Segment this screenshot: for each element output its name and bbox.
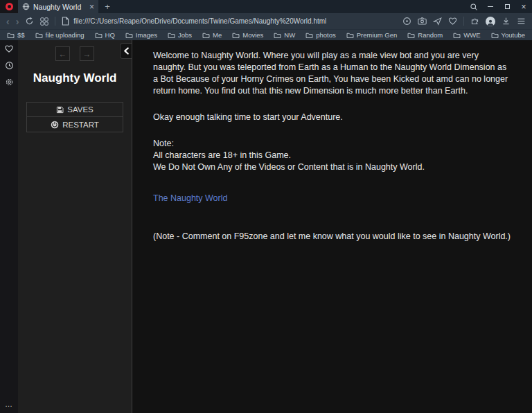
window-maximize-button[interactable] — [499, 0, 515, 13]
passage-link-the-naughty-world[interactable]: The Naughty World — [153, 193, 227, 204]
folder-icon — [305, 32, 313, 39]
folder-icon — [7, 32, 15, 39]
folder-icon — [453, 32, 461, 39]
history-forward-button[interactable]: → — [80, 46, 94, 61]
opera-sidebar-strip: … — [0, 40, 18, 413]
history-clock-icon[interactable] — [5, 61, 14, 70]
saves-button[interactable]: SAVES — [27, 103, 123, 117]
bookmark-folder[interactable]: Premium Gen — [346, 31, 398, 39]
search-icon[interactable] — [466, 0, 482, 13]
bookmark-folder[interactable]: $$ — [7, 31, 25, 39]
folder-icon — [232, 32, 240, 39]
globe-favicon-icon — [22, 3, 30, 10]
bookmark-folder[interactable]: NW — [274, 31, 295, 39]
bookmark-folder[interactable]: file uploading — [35, 31, 85, 39]
extensions-icon[interactable] — [470, 17, 479, 26]
ui-bar-collapse-button[interactable] — [120, 43, 132, 59]
folder-icon — [168, 32, 175, 39]
chevron-left-icon — [123, 47, 130, 55]
bookmarks-bar: $$ file uploading HQ Images Jobs Me Movi… — [0, 29, 532, 40]
passage-note-label: Note: — [153, 138, 511, 150]
bookmark-folder[interactable]: HQ — [95, 31, 115, 39]
tab-tiling-icon[interactable] — [40, 17, 48, 26]
forward-button[interactable]: › — [16, 17, 19, 26]
opera-logo-icon — [6, 3, 13, 10]
window-minimize-button[interactable] — [482, 0, 499, 13]
folder-icon — [202, 32, 210, 39]
folder-icon — [491, 32, 499, 39]
easy-setup-menu-icon[interactable] — [517, 17, 526, 26]
address-field[interactable]: file:///C:/Users/Reape/OneDrive/Document… — [62, 17, 396, 26]
sidebar-more-button[interactable]: … — [5, 400, 13, 408]
downloads-icon[interactable] — [502, 17, 511, 26]
folder-icon — [407, 32, 415, 39]
window-close-button[interactable]: × — [515, 0, 532, 13]
power-restart-icon — [51, 121, 59, 129]
folder-icon — [274, 32, 281, 39]
bookmark-folder[interactable]: Youtube — [491, 31, 526, 39]
passage-note-line: All characters are 18+ in this Game. — [153, 150, 511, 161]
tab-title: Naughty World — [33, 3, 86, 11]
bookmark-folder[interactable]: Jobs — [168, 31, 192, 39]
restart-label: RESTART — [62, 121, 99, 129]
opera-menu-button[interactable] — [0, 0, 18, 13]
content-area: … ← → Naughty World SAVES RESTART — [0, 40, 532, 413]
tab-bar: Naughty World × + × — [0, 0, 532, 13]
passage-note-line: We Do Not Own Any of the Videos or Conte… — [153, 161, 511, 173]
profile-avatar[interactable] — [486, 17, 495, 26]
page-icon — [62, 17, 69, 26]
bookmark-heart-icon[interactable] — [448, 17, 457, 26]
floppy-save-icon — [56, 106, 64, 114]
favorites-heart-icon[interactable] — [4, 44, 14, 53]
restart-button[interactable]: RESTART — [27, 117, 123, 132]
folder-icon — [95, 32, 103, 39]
bookmark-folder[interactable]: WWE — [453, 31, 480, 39]
page-access-icon[interactable] — [402, 17, 411, 26]
game-ui-bar: ← → Naughty World SAVES RESTART — [18, 40, 132, 413]
bookmark-folder[interactable]: photos — [305, 31, 336, 39]
back-button[interactable]: ‹ — [6, 17, 10, 26]
passage: Welcome to Naughty World. Where you will… — [132, 40, 532, 413]
address-toolbar: ‹ › file:///C:/Users/Reape/OneDrive/Docu… — [0, 13, 532, 29]
settings-gear-icon[interactable] — [5, 78, 14, 87]
tab-close-icon[interactable]: × — [89, 3, 94, 11]
folder-icon — [346, 32, 354, 39]
passage-footnote: (Note - Comment on F95zone and let me kn… — [153, 231, 511, 243]
tab-strip-empty — [116, 0, 466, 13]
bookmark-folder[interactable]: Movies — [232, 31, 263, 39]
saves-label: SAVES — [67, 105, 94, 114]
bookmark-folder[interactable]: Me — [202, 31, 222, 39]
browser-window: Naughty World × + × ‹ › file:///C:/U — [0, 0, 532, 413]
passage-paragraph: Okay enough talking time to start your A… — [153, 112, 511, 123]
folder-icon — [125, 32, 133, 39]
game-title: Naughty World — [26, 71, 123, 85]
ui-bar-menu: SAVES RESTART — [26, 102, 123, 132]
reload-button[interactable] — [25, 17, 34, 26]
bookmark-folder[interactable]: Random — [407, 31, 443, 39]
tab-naughty-world[interactable]: Naughty World × — [18, 0, 98, 13]
share-send-icon[interactable] — [433, 17, 442, 26]
history-back-button[interactable]: ← — [55, 46, 70, 61]
folder-icon — [35, 32, 43, 39]
history-controls: ← → — [26, 46, 123, 61]
toolbar-divider — [463, 17, 464, 26]
passage-paragraph: Welcome to Naughty World. Where you will… — [153, 50, 511, 97]
url-text[interactable]: file:///C:/Users/Reape/OneDrive/Document… — [73, 17, 326, 25]
bookmark-folder[interactable]: Images — [125, 31, 157, 39]
snapshot-camera-icon[interactable] — [418, 17, 427, 26]
new-tab-button[interactable]: + — [98, 0, 116, 13]
toolbar-divider — [55, 17, 55, 26]
